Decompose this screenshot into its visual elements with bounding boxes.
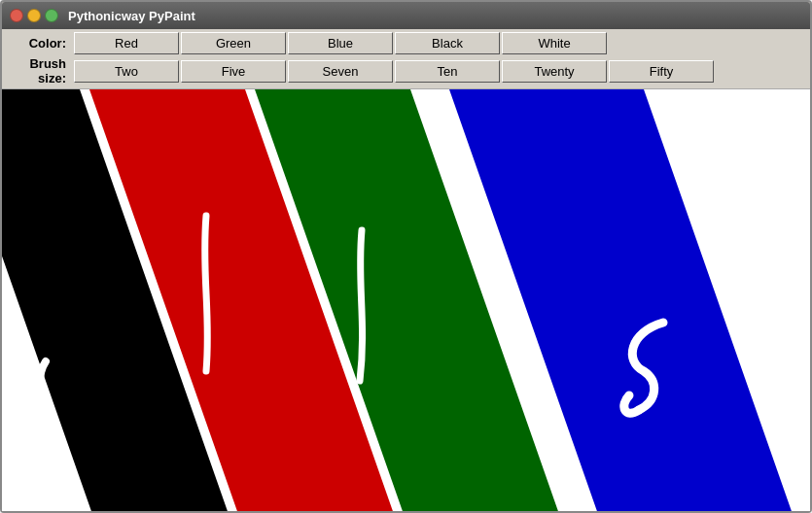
paint-canvas[interactable]	[2, 89, 810, 511]
brush-fifty-button[interactable]: Fifty	[609, 60, 714, 83]
brush-ten-button[interactable]: Ten	[395, 60, 500, 83]
color-row: Color: Red Green Blue Black White	[6, 32, 806, 54]
brush-five-button[interactable]: Five	[181, 60, 286, 83]
color-white-button[interactable]: White	[502, 32, 607, 54]
window-title: Pythonicway PyPaint	[68, 9, 195, 23]
brush-row: Brush size: Two Five Seven Ten Twenty Fi…	[6, 56, 806, 86]
maximize-button[interactable]	[45, 9, 58, 22]
color-black-button[interactable]: Black	[395, 32, 500, 54]
brush-label: Brush size:	[6, 56, 72, 86]
color-red-button[interactable]: Red	[74, 32, 179, 54]
canvas-area[interactable]	[2, 89, 810, 511]
brush-twenty-button[interactable]: Twenty	[502, 60, 607, 83]
close-button[interactable]	[10, 9, 23, 22]
main-window: Pythonicway PyPaint Color: Red Green Blu…	[0, 0, 812, 513]
title-bar: Pythonicway PyPaint	[2, 2, 810, 29]
window-controls	[10, 9, 58, 22]
color-label: Color:	[6, 36, 72, 51]
brush-seven-button[interactable]: Seven	[288, 60, 393, 83]
minimize-button[interactable]	[27, 9, 41, 22]
brush-two-button[interactable]: Two	[74, 60, 179, 83]
color-blue-button[interactable]: Blue	[288, 32, 393, 54]
color-green-button[interactable]: Green	[181, 32, 286, 54]
toolbar: Color: Red Green Blue Black White Brush …	[2, 29, 810, 89]
